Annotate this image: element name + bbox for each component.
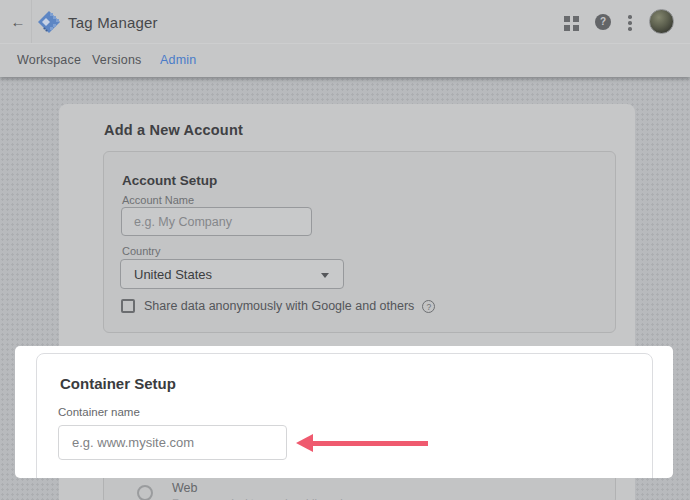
- account-name-label: Account Name: [122, 194, 194, 206]
- country-label: Country: [122, 245, 161, 257]
- help-circle-icon[interactable]: ?: [422, 300, 435, 313]
- user-avatar[interactable]: [649, 9, 674, 34]
- radio-web[interactable]: [137, 485, 153, 500]
- app-title: Tag Manager: [68, 14, 158, 31]
- share-data-checkbox[interactable]: [121, 299, 135, 313]
- annotation-arrow-icon: [296, 434, 428, 452]
- tab-versions[interactable]: Versions: [92, 44, 142, 77]
- share-data-label: Share data anonymously with Google and o…: [144, 299, 414, 313]
- tab-workspace[interactable]: Workspace: [17, 44, 81, 77]
- container-name-input[interactable]: [58, 425, 287, 460]
- target-platform-web-label: Web: [172, 481, 197, 495]
- tag-manager-logo-icon: [37, 10, 61, 34]
- page-content: Add a New Account Account Setup Account …: [0, 77, 690, 500]
- page-title: Add a New Account: [104, 122, 243, 138]
- more-options-icon[interactable]: [628, 15, 632, 31]
- account-setup-heading: Account Setup: [122, 173, 217, 188]
- container-name-label: Container name: [58, 406, 140, 418]
- container-setup-heading: Container Setup: [60, 375, 176, 392]
- chevron-down-icon: [321, 273, 329, 278]
- help-icon[interactable]: ?: [595, 14, 611, 30]
- account-name-input[interactable]: [121, 207, 312, 236]
- share-data-row: Share data anonymously with Google and o…: [121, 299, 435, 313]
- top-app-bar: ← Tag Manager ?: [0, 0, 690, 44]
- account-setup-section: Account Setup Account Name Country Unite…: [103, 151, 616, 333]
- back-arrow-icon[interactable]: ←: [7, 12, 29, 32]
- apps-grid-icon[interactable]: [564, 16, 579, 31]
- tab-bar: Workspace Versions Admin: [0, 44, 690, 77]
- header-divider: [31, 0, 32, 43]
- country-select[interactable]: United States: [120, 259, 344, 289]
- container-setup-highlight-panel: Container Setup Container name: [15, 346, 673, 478]
- tab-admin[interactable]: Admin: [160, 44, 196, 77]
- country-selected-value: United States: [121, 267, 212, 282]
